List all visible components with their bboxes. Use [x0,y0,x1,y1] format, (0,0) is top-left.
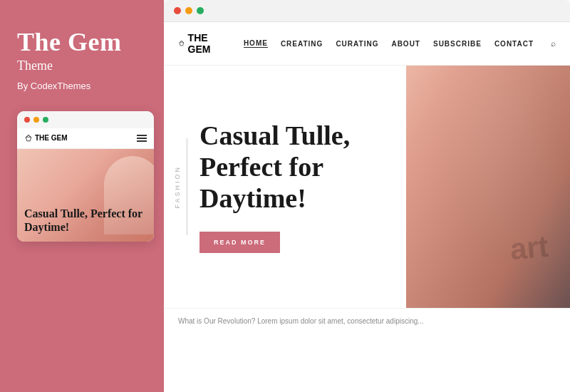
mobile-logo-text: THE GEM [35,134,68,142]
mobile-nav: THE GEM [17,128,154,149]
svg-marker-0 [26,135,31,140]
search-icon[interactable]: ⌕ [551,38,556,49]
hero-title: Casual Tulle, Perfect for Daytime! [200,120,385,214]
left-panel: The Gem Theme By CodexThemes THE GEM [0,0,164,392]
desktop-logo: THE GEM [178,32,215,55]
hamburger-line-3 [137,140,147,142]
theme-by: By CodexThemes [17,81,147,91]
svg-marker-4 [180,41,184,46]
person-silhouette [406,66,570,308]
browser-dot-yellow [185,7,192,14]
mobile-dot-green [43,117,48,123]
nav-links: HOME CREATING CURATING ABOUT SUBSCRIBE C… [244,38,556,49]
gem-icon-small [24,134,33,143]
theme-title: The Gem [17,29,147,57]
hamburger-menu[interactable] [137,135,147,142]
nav-subscribe[interactable]: SUBSCRIBE [433,40,482,48]
hamburger-line-1 [137,135,147,136]
mobile-hero-text-block: Casual Tulle, Perfect for Daytime! [24,207,154,234]
mobile-hero-image: Casual Tulle, Perfect for Daytime! [17,149,154,242]
mobile-hero-title: Casual Tulle, Perfect for Daytime! [24,207,154,234]
nav-curating[interactable]: CURATING [336,40,378,48]
gem-icon [178,38,185,49]
nav-home[interactable]: HOME [244,39,268,48]
desktop-content: THE GEM HOME CREATING CURATING ABOUT SUB… [164,22,570,392]
desktop-preview: THE GEM HOME CREATING CURATING ABOUT SUB… [164,0,570,392]
theme-subtitle: Theme [17,58,147,73]
hero-left: FASHION Casual Tulle, Perfect for Daytim… [164,66,406,308]
browser-chrome [164,0,570,22]
mobile-logo: THE GEM [24,134,68,143]
hero-image: art [406,66,570,308]
mobile-browser-chrome [17,111,154,128]
desktop-logo-text: THE GEM [188,32,215,55]
desktop-nav: THE GEM HOME CREATING CURATING ABOUT SUB… [164,22,570,66]
hero-divider [187,138,187,235]
mobile-dot-yellow [33,117,39,123]
mobile-dot-red [24,117,30,123]
nav-contact[interactable]: CONTACT [494,40,534,48]
browser-dot-red [174,7,181,14]
hero-section: FASHION Casual Tulle, Perfect for Daytim… [164,66,570,308]
read-more-button[interactable]: READ MORE [200,232,280,253]
mobile-preview-card: THE GEM Casual Tulle, Perfect for Daytim… [17,111,154,242]
bottom-preview: What is Our Revolution? Lorem ipsum dolo… [164,308,570,334]
nav-about[interactable]: ABOUT [391,40,420,48]
nav-creating[interactable]: CREATING [281,40,323,48]
fashion-label: FASHION [174,165,181,209]
bottom-description: What is Our Revolution? Lorem ipsum dolo… [178,317,556,325]
shirt-text: art [509,229,550,267]
browser-dot-green [197,7,204,14]
hamburger-line-2 [137,138,147,139]
